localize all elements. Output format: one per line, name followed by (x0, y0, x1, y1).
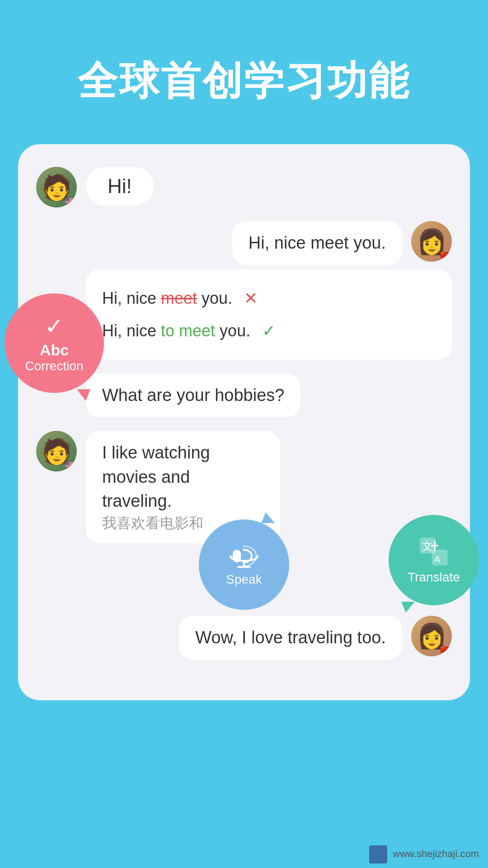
translate-label: Translate (408, 570, 460, 585)
correction-subtitle: Correction (25, 359, 83, 373)
message-bubble: Hi, nice meet you. (232, 221, 402, 265)
message-main-text: I like watching movies and traveling. (102, 441, 264, 513)
message-row: What are your hobbies? (86, 373, 452, 417)
speak-icon (228, 542, 260, 570)
watermark-icon (369, 845, 387, 863)
grammar-correction-box: Hi, nice meet you. ✕ Hi, nice to meet yo… (86, 269, 452, 360)
correction-title: Abc (40, 341, 69, 359)
check-icon: ✓ (262, 321, 276, 340)
watermark: www.shejizhaji.com (369, 845, 479, 863)
translate-icon: 文 A (418, 536, 450, 567)
flag-badge-us2: 🇺🇸 (63, 458, 77, 472)
message-bubble: Wow, I love traveling too. (179, 616, 402, 660)
message-bubble: What are your hobbies? (86, 373, 300, 417)
svg-text:A: A (434, 554, 441, 564)
chat-container: ✓ Abc Correction 🧑 🇺🇸 Hi! Hi, nice meet … (18, 144, 470, 700)
page-wrapper: 全球首创学习功能 ✓ Abc Correction 🧑 🇺🇸 Hi! Hi, n… (0, 0, 488, 868)
correct-word: to meet (161, 321, 215, 340)
speak-badge[interactable]: Speak (199, 519, 289, 610)
message-row: 🧑 🇺🇸 Hi! (36, 167, 452, 208)
avatar: 👩 🇨🇳 (411, 616, 452, 656)
wrong-word: meet (161, 289, 197, 307)
flag-badge-cn: 🇨🇳 (438, 248, 452, 262)
grammar-correct-line: Hi, nice to meet you. ✓ (102, 315, 436, 347)
cross-icon: ✕ (244, 289, 258, 307)
watermark-text: www.shejizhaji.com (393, 848, 479, 859)
page-title: 全球首创学习功能 (27, 54, 461, 108)
message-row: Hi, nice meet you. 👩 🇨🇳 (36, 221, 452, 265)
avatar: 🧑 🇺🇸 (36, 431, 77, 472)
page-header: 全球首创学习功能 (0, 0, 488, 144)
correction-checkmark-icon: ✓ (45, 313, 64, 340)
avatar: 👩 🇨🇳 (411, 221, 452, 262)
flag-badge-us: 🇺🇸 (63, 194, 77, 208)
message-bubble: Hi! (86, 167, 154, 206)
flag-badge-cn2: 🇨🇳 (438, 643, 452, 656)
translate-badge[interactable]: 文 A Translate (389, 515, 479, 605)
speak-label: Speak (226, 572, 262, 587)
avatar: 🧑 🇺🇸 (36, 167, 77, 208)
grammar-wrong-line: Hi, nice meet you. ✕ (102, 282, 436, 315)
correction-badge[interactable]: ✓ Abc Correction (5, 293, 104, 393)
message-row: Wow, I love traveling too. 👩 🇨🇳 (36, 616, 452, 660)
